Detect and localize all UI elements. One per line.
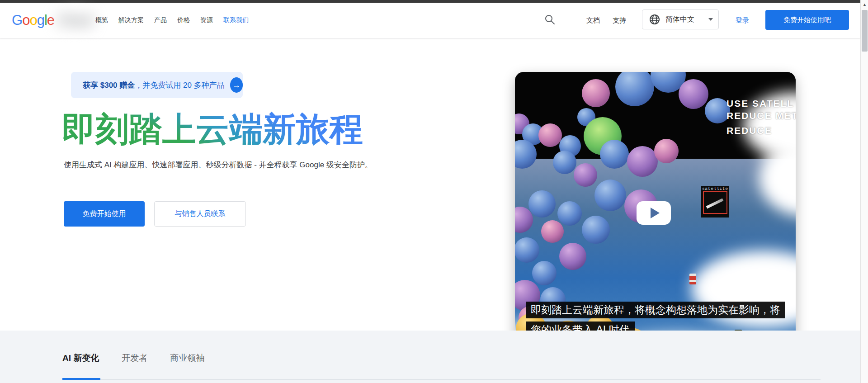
main-navbar: GoogleCloud 概览 解决方案 产品 价格 资源 联系我们 文档 支持 bbox=[0, 3, 860, 38]
sphere-decoration bbox=[582, 79, 610, 107]
sphere-decoration bbox=[515, 237, 539, 263]
sphere-decoration bbox=[600, 140, 629, 169]
nav-item-contact-us[interactable]: 联系我们 bbox=[223, 16, 249, 24]
sphere-decoration bbox=[679, 79, 708, 109]
sphere-decoration bbox=[557, 201, 582, 226]
search-icon[interactable] bbox=[544, 14, 557, 27]
logo-letter: g bbox=[37, 12, 44, 28]
globe-icon bbox=[649, 14, 660, 25]
nav-item-pricing[interactable]: 价格 bbox=[177, 16, 190, 24]
video-overlay-line: REDUCE bbox=[726, 124, 796, 137]
sphere-decoration bbox=[553, 151, 576, 174]
tab-ai-updates[interactable]: AI 新变化 bbox=[62, 352, 99, 364]
tab-business-leaders[interactable]: 商业领袖 bbox=[170, 352, 204, 364]
play-icon bbox=[651, 208, 660, 218]
sphere-decoration bbox=[627, 146, 658, 177]
nav-item-overview[interactable]: 概览 bbox=[95, 16, 108, 24]
docs-link[interactable]: 文档 bbox=[586, 16, 600, 25]
promo-banner-bold-text: 获享 $300 赠金 bbox=[83, 80, 135, 90]
logo-cloud-text: Cloud bbox=[57, 12, 92, 28]
primary-nav: 概览 解决方案 产品 价格 资源 联系我们 bbox=[95, 3, 249, 38]
sphere-decoration bbox=[582, 216, 610, 244]
page-title: 即刻踏上云端新旅程 bbox=[62, 107, 363, 152]
sphere-decoration bbox=[532, 261, 557, 285]
nav-item-solutions[interactable]: 解决方案 bbox=[118, 16, 144, 24]
sphere-decoration bbox=[559, 243, 586, 270]
play-button[interactable] bbox=[637, 201, 671, 225]
sphere-decoration bbox=[594, 180, 626, 211]
sphere-decoration bbox=[541, 220, 564, 243]
audience-tabs: AI 新变化 开发者 商业领袖 bbox=[62, 352, 204, 364]
language-label: 简体中文 bbox=[665, 15, 708, 24]
scrollbar-up-arrow[interactable]: ▲ bbox=[861, 0, 868, 9]
logo-letter: G bbox=[12, 12, 22, 28]
sphere-decoration bbox=[574, 163, 597, 187]
page-scrollbar[interactable]: ▲ bbox=[860, 0, 868, 383]
logo-letter: o bbox=[22, 12, 29, 28]
logo-letter: e bbox=[47, 12, 54, 28]
get-started-free-button[interactable]: 免费开始使用吧 bbox=[765, 10, 849, 30]
logo-letter: o bbox=[29, 12, 37, 28]
google-cloud-homepage: GoogleCloud 概览 解决方案 产品 价格 资源 联系我们 文档 支持 bbox=[0, 0, 868, 383]
video-overlay-text: USE SATELL REDUCE MET REDUCE bbox=[726, 97, 796, 137]
video-overlay-line: USE SATELL bbox=[726, 97, 796, 109]
google-cloud-logo[interactable]: GoogleCloud bbox=[12, 12, 54, 28]
promo-banner-text: ，并免费试用 20 多种产品 bbox=[135, 80, 224, 90]
satellite-chip-label: satellite bbox=[701, 187, 729, 191]
sphere-decoration bbox=[538, 123, 562, 147]
nav-item-products[interactable]: 产品 bbox=[154, 16, 167, 24]
start-free-button[interactable]: 免费开始使用 bbox=[64, 201, 145, 227]
nav-item-resources[interactable]: 资源 bbox=[200, 16, 213, 24]
sign-in-link[interactable]: 登录 bbox=[736, 16, 749, 25]
sphere-decoration bbox=[654, 139, 679, 163]
support-link[interactable]: 支持 bbox=[613, 16, 626, 25]
tab-divider bbox=[62, 379, 821, 380]
audience-tabs-section: AI 新变化 开发者 商业领袖 bbox=[0, 331, 860, 383]
sphere-decoration bbox=[528, 190, 556, 218]
satellite-chip: satellite bbox=[701, 186, 729, 218]
active-tab-underline bbox=[62, 378, 100, 380]
contact-sales-button[interactable]: 与销售人员联系 bbox=[154, 201, 246, 227]
promo-banner[interactable]: 获享 $300 赠金 ，并免费试用 20 多种产品 → bbox=[71, 72, 243, 98]
video-overlay-line: REDUCE MET bbox=[726, 109, 796, 122]
falling-object-decoration bbox=[689, 274, 696, 284]
hero-description: 使用生成式 AI 构建应用、快速部署应用、秒级分析数据 - 并全程获享 Goog… bbox=[64, 159, 421, 171]
language-selector[interactable]: 简体中文 bbox=[642, 9, 719, 29]
scrollbar-thumb[interactable] bbox=[862, 10, 868, 52]
tab-developers[interactable]: 开发者 bbox=[122, 352, 147, 364]
hero-section: 获享 $300 赠金 ，并免费试用 20 多种产品 → 即刻踏上云端新旅程 使用… bbox=[0, 38, 860, 331]
caption-line: 即刻踏上云端新旅程，将概念构想落地为实在影响，将 bbox=[526, 302, 785, 318]
chevron-down-icon bbox=[708, 18, 713, 21]
arrow-right-icon[interactable]: → bbox=[230, 77, 243, 93]
hero-video-thumbnail[interactable]: USE SATELL REDUCE MET REDUCE satellite 即… bbox=[515, 72, 796, 351]
